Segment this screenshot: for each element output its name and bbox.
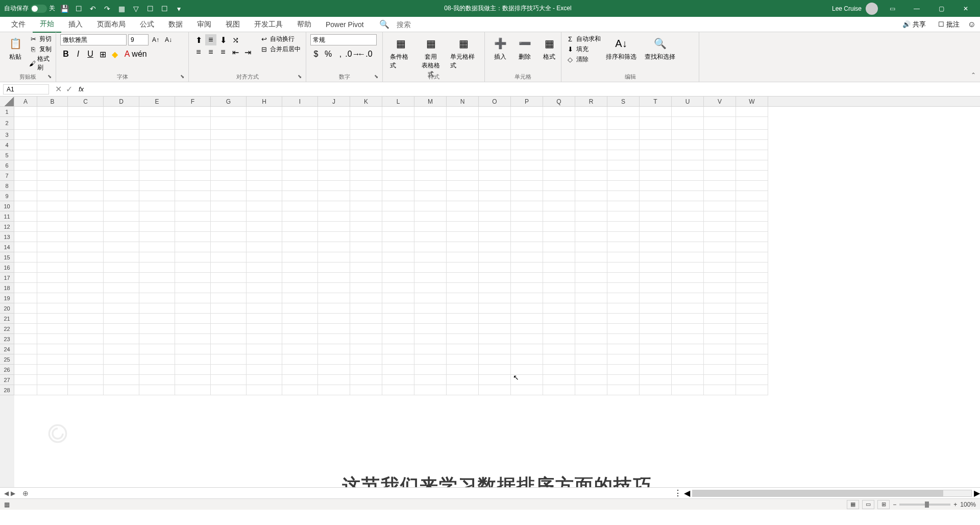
cell[interactable] xyxy=(247,150,282,160)
cell[interactable] xyxy=(640,191,672,201)
cell[interactable] xyxy=(640,334,672,344)
cell[interactable] xyxy=(318,375,350,385)
cell[interactable] xyxy=(14,181,37,191)
cell[interactable] xyxy=(704,262,736,273)
cell[interactable] xyxy=(350,283,382,293)
cell[interactable] xyxy=(211,150,247,160)
tab-powerpivot[interactable]: Power Pivot xyxy=(318,17,371,32)
cell[interactable] xyxy=(672,334,704,344)
cell[interactable] xyxy=(414,160,447,171)
cell[interactable] xyxy=(14,160,37,171)
cell[interactable] xyxy=(607,201,640,211)
cell[interactable] xyxy=(382,242,414,252)
sheet-nav-prev-icon[interactable]: ◀ xyxy=(4,490,9,497)
undo-icon[interactable]: ↶ xyxy=(88,4,98,14)
cell[interactable] xyxy=(479,385,511,395)
cell[interactable] xyxy=(175,365,211,375)
cell[interactable] xyxy=(736,293,768,303)
orientation-icon[interactable]: ⤭ xyxy=(230,34,241,45)
cell[interactable] xyxy=(575,117,607,130)
cell[interactable] xyxy=(704,201,736,211)
cell[interactable] xyxy=(318,365,350,375)
cell[interactable] xyxy=(350,181,382,191)
col-header-B[interactable]: B xyxy=(37,97,68,106)
fill-button[interactable]: ⬇填充 xyxy=(566,44,601,54)
cell[interactable] xyxy=(543,117,575,130)
cell[interactable] xyxy=(607,375,640,385)
tab-insert[interactable]: 插入 xyxy=(61,17,90,32)
cell[interactable] xyxy=(511,283,543,293)
select-all-button[interactable] xyxy=(0,97,14,106)
cell[interactable] xyxy=(672,191,704,201)
cell[interactable] xyxy=(318,107,350,117)
cell[interactable] xyxy=(479,117,511,130)
cell[interactable] xyxy=(511,242,543,252)
cell[interactable] xyxy=(479,334,511,344)
cell[interactable] xyxy=(543,283,575,293)
cell[interactable] xyxy=(37,117,68,130)
cell[interactable] xyxy=(543,293,575,303)
cell[interactable] xyxy=(543,334,575,344)
format-button[interactable]: ▦格式 xyxy=(538,34,560,62)
row-header[interactable]: 25 xyxy=(0,354,14,365)
cell[interactable] xyxy=(247,117,282,130)
cell[interactable] xyxy=(479,171,511,181)
cell[interactable] xyxy=(479,107,511,117)
wrap-text-button[interactable]: ↩自动换行 xyxy=(259,34,301,43)
col-header-L[interactable]: L xyxy=(382,97,414,106)
cell[interactable] xyxy=(575,375,607,385)
cell[interactable] xyxy=(37,303,68,314)
col-header-T[interactable]: T xyxy=(640,97,672,106)
cell[interactable] xyxy=(382,293,414,303)
cell[interactable] xyxy=(247,283,282,293)
col-header-R[interactable]: R xyxy=(575,97,607,106)
row-header[interactable]: 23 xyxy=(0,334,14,344)
cell[interactable] xyxy=(736,242,768,252)
cell[interactable] xyxy=(247,140,282,150)
cell[interactable] xyxy=(543,385,575,395)
cell[interactable] xyxy=(511,117,543,130)
cell[interactable] xyxy=(68,160,104,171)
cell[interactable] xyxy=(447,252,479,262)
font-size-combo[interactable] xyxy=(128,34,149,45)
cell[interactable] xyxy=(211,181,247,191)
cell[interactable] xyxy=(672,232,704,242)
cell[interactable] xyxy=(247,262,282,273)
redo-icon[interactable]: ↷ xyxy=(102,4,112,14)
cell[interactable] xyxy=(672,181,704,191)
cell[interactable] xyxy=(575,140,607,150)
col-header-C[interactable]: C xyxy=(68,97,104,106)
cell[interactable] xyxy=(14,273,37,283)
cell[interactable] xyxy=(672,262,704,273)
cell[interactable] xyxy=(543,354,575,365)
cell[interactable] xyxy=(511,150,543,160)
cell[interactable] xyxy=(414,150,447,160)
cell[interactable] xyxy=(479,273,511,283)
cell[interactable] xyxy=(247,365,282,375)
cell[interactable] xyxy=(736,222,768,232)
cell[interactable] xyxy=(282,140,318,150)
cell[interactable] xyxy=(607,314,640,324)
cell[interactable] xyxy=(447,344,479,354)
cell[interactable] xyxy=(14,262,37,273)
cell[interactable] xyxy=(350,273,382,283)
cell[interactable] xyxy=(282,375,318,385)
cell[interactable] xyxy=(175,303,211,314)
cell[interactable] xyxy=(247,385,282,395)
cell[interactable] xyxy=(543,140,575,150)
cell[interactable] xyxy=(318,354,350,365)
cell[interactable] xyxy=(511,140,543,150)
clear-button[interactable]: ◇清除 xyxy=(566,55,601,64)
cell[interactable] xyxy=(104,354,139,365)
row-header[interactable]: 5 xyxy=(0,150,14,160)
bold-button[interactable]: B xyxy=(60,49,71,60)
cell[interactable] xyxy=(640,262,672,273)
cell[interactable] xyxy=(479,160,511,171)
zoom-out-icon[interactable]: − xyxy=(893,501,896,508)
cell[interactable] xyxy=(479,181,511,191)
align-middle-icon[interactable]: ≡ xyxy=(205,34,216,45)
cell[interactable] xyxy=(104,303,139,314)
cell[interactable] xyxy=(14,385,37,395)
cell[interactable] xyxy=(479,191,511,201)
cell[interactable] xyxy=(211,283,247,293)
